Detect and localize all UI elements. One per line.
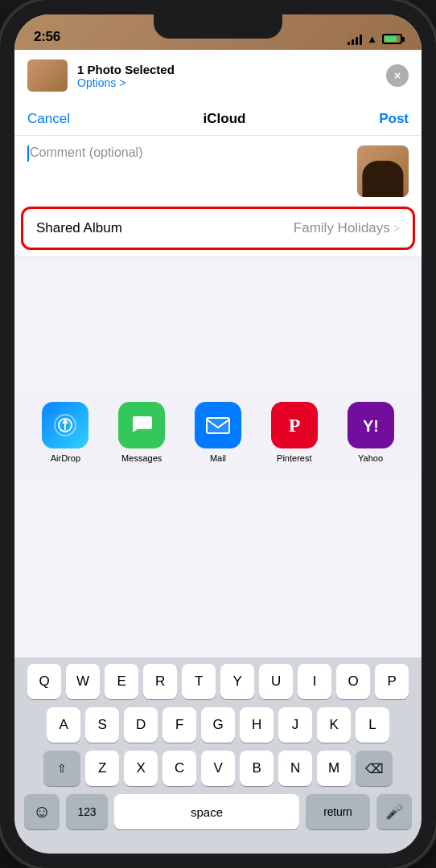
key-n[interactable]: N bbox=[278, 751, 312, 786]
key-o[interactable]: O bbox=[336, 664, 370, 699]
mic-key[interactable]: 🎤 bbox=[376, 794, 412, 829]
shift-key[interactable]: ⇧ bbox=[43, 751, 80, 786]
key-t[interactable]: T bbox=[182, 664, 216, 699]
icloud-title: iCloud bbox=[204, 111, 246, 127]
phone-screen: 2:56 ▲ 1 Photo Selected bbox=[14, 14, 422, 854]
app-messages[interactable]: Messages bbox=[113, 402, 171, 463]
shared-album-label: Shared Album bbox=[36, 220, 122, 236]
return-key[interactable]: return bbox=[306, 794, 370, 829]
app-pinterest[interactable]: P Pinterest bbox=[265, 402, 323, 463]
key-g[interactable]: G bbox=[201, 707, 235, 743]
signal-bars bbox=[348, 34, 362, 45]
status-icons: ▲ bbox=[348, 33, 402, 45]
keyboard-bottom-row: ☺ 123 space return 🎤 bbox=[18, 794, 418, 854]
key-b[interactable]: B bbox=[240, 751, 274, 786]
battery-container bbox=[382, 34, 402, 44]
keyboard-row-3: ⇧ Z X C V B N M ⌫ bbox=[18, 751, 418, 786]
text-cursor bbox=[27, 145, 29, 162]
app-mail[interactable]: Mail bbox=[189, 402, 247, 463]
signal-bar-1 bbox=[348, 42, 350, 45]
key-p[interactable]: P bbox=[375, 664, 409, 699]
signal-bar-3 bbox=[356, 37, 358, 45]
shared-album-row[interactable]: Shared Album Family Holidays > bbox=[21, 207, 415, 250]
key-k[interactable]: K bbox=[317, 707, 351, 743]
battery-icon bbox=[382, 34, 402, 44]
dog-silhouette bbox=[362, 161, 403, 197]
key-d[interactable]: D bbox=[124, 707, 158, 743]
backspace-key[interactable]: ⌫ bbox=[356, 751, 393, 786]
key-w[interactable]: W bbox=[66, 664, 100, 699]
messages-icon bbox=[118, 402, 165, 448]
share-header: 1 Photo Selected Options > × bbox=[14, 50, 422, 102]
share-close-button[interactable]: × bbox=[386, 64, 409, 87]
key-z[interactable]: Z bbox=[85, 751, 119, 786]
icloud-post-button[interactable]: Post bbox=[379, 111, 409, 127]
apps-section: AirDrop Messages bbox=[14, 392, 422, 473]
yahoo-icon: Y! bbox=[348, 402, 394, 448]
keyboard: Q W E R T Y U I O P A S D F G H J K bbox=[14, 657, 422, 854]
photo-thumbnail bbox=[27, 59, 68, 92]
key-e[interactable]: E bbox=[105, 664, 138, 699]
notch bbox=[154, 14, 282, 39]
key-x[interactable]: X bbox=[124, 751, 158, 786]
icloud-panel: Cancel iCloud Post Comment (optional) Sh… bbox=[14, 101, 422, 257]
signal-bar-2 bbox=[352, 39, 354, 45]
key-s[interactable]: S bbox=[85, 707, 119, 743]
icloud-toolbar: Cancel iCloud Post bbox=[14, 101, 422, 136]
key-l[interactable]: L bbox=[356, 707, 389, 743]
phone-frame: 2:56 ▲ 1 Photo Selected bbox=[0, 0, 436, 868]
signal-bar-4 bbox=[360, 35, 362, 45]
airdrop-icon bbox=[42, 402, 88, 448]
icloud-cancel-button[interactable]: Cancel bbox=[27, 111, 70, 127]
svg-rect-4 bbox=[207, 418, 229, 433]
share-header-options[interactable]: Options > bbox=[77, 76, 376, 89]
keyboard-row-2: A S D F G H J K L bbox=[18, 707, 418, 743]
messages-label: Messages bbox=[121, 453, 162, 463]
wifi-icon: ▲ bbox=[367, 33, 377, 45]
yahoo-label: Yahoo bbox=[358, 453, 383, 463]
key-y[interactable]: Y bbox=[220, 664, 254, 699]
key-m[interactable]: M bbox=[317, 751, 351, 786]
key-i[interactable]: I bbox=[298, 664, 331, 699]
chevron-icon: > bbox=[393, 222, 400, 235]
pinterest-label: Pinterest bbox=[277, 453, 311, 463]
shared-album-value: Family Holidays > bbox=[294, 220, 400, 236]
key-a[interactable]: A bbox=[47, 707, 80, 743]
mail-icon bbox=[195, 402, 241, 448]
mail-label: Mail bbox=[210, 453, 226, 463]
battery-fill bbox=[385, 36, 397, 42]
space-key[interactable]: space bbox=[114, 794, 299, 829]
app-airdrop[interactable]: AirDrop bbox=[36, 402, 94, 463]
status-time: 2:56 bbox=[34, 29, 60, 45]
comment-placeholder: Comment (optional) bbox=[30, 145, 143, 159]
pinterest-icon: P bbox=[271, 402, 318, 448]
number-key[interactable]: 123 bbox=[66, 794, 108, 829]
svg-text:P: P bbox=[288, 415, 300, 436]
airdrop-label: AirDrop bbox=[51, 453, 80, 463]
svg-text:Y!: Y! bbox=[363, 417, 379, 435]
icloud-photo-preview bbox=[357, 145, 409, 197]
app-yahoo[interactable]: Y! Yahoo bbox=[342, 402, 400, 463]
comment-input-area[interactable]: Comment (optional) bbox=[27, 145, 348, 162]
key-f[interactable]: F bbox=[162, 707, 196, 743]
emoji-key[interactable]: ☺ bbox=[24, 794, 60, 829]
keyboard-row-1: Q W E R T Y U I O P bbox=[18, 664, 418, 699]
key-h[interactable]: H bbox=[240, 707, 274, 743]
share-header-text: 1 Photo Selected Options > bbox=[77, 63, 376, 89]
apps-row: AirDrop Messages bbox=[21, 402, 415, 463]
icloud-body: Comment (optional) bbox=[14, 136, 422, 207]
key-u[interactable]: U bbox=[259, 664, 293, 699]
key-v[interactable]: V bbox=[201, 751, 235, 786]
key-j[interactable]: J bbox=[278, 707, 312, 743]
key-r[interactable]: R bbox=[143, 664, 177, 699]
key-c[interactable]: C bbox=[162, 751, 196, 786]
key-q[interactable]: Q bbox=[27, 664, 61, 699]
share-header-title: 1 Photo Selected bbox=[77, 63, 376, 76]
